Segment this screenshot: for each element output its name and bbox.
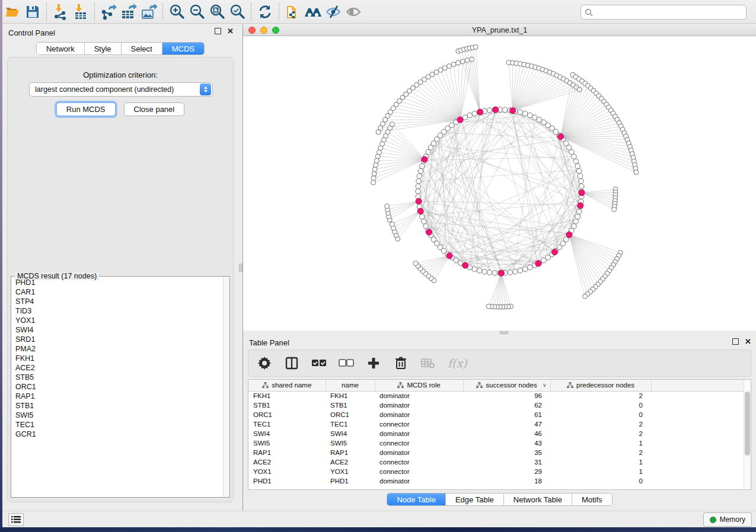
task-history-button[interactable]	[8, 513, 24, 526]
delete-columns-icon[interactable]	[393, 355, 409, 371]
result-item[interactable]: PMA2	[12, 344, 222, 354]
result-item[interactable]: STB1	[12, 401, 222, 411]
table-row[interactable]: FKH1FKH1dominator962	[248, 391, 744, 400]
result-item[interactable]: STB5	[12, 373, 222, 382]
export-image-icon[interactable]	[139, 2, 159, 21]
table-row[interactable]: SWI4SWI4dominator462	[248, 429, 744, 438]
result-item[interactable]: GCR1	[12, 430, 222, 439]
cell-successor-nodes: 29	[463, 467, 550, 476]
result-item[interactable]: SWI4	[12, 325, 222, 335]
result-item[interactable]: TEC1	[12, 420, 222, 430]
float-panel-icon[interactable]	[732, 338, 739, 345]
tab-motifs[interactable]: Motifs	[572, 493, 612, 505]
column-header-MCDS-role[interactable]: MCDS role	[375, 380, 463, 391]
table-row[interactable]: TEC1TEC1connector472	[248, 419, 744, 429]
cell-shared-name: ACE2	[248, 457, 326, 467]
cell-MCDS-role: dominator	[375, 429, 463, 438]
result-item[interactable]: SWI5	[12, 411, 222, 420]
close-panel-icon[interactable]: ✕	[227, 28, 234, 34]
cell-shared-name: STB1	[248, 400, 326, 410]
share-document-icon[interactable]	[283, 2, 303, 21]
export-table-icon[interactable]	[119, 2, 139, 21]
table-row[interactable]: PHD1PHD1dominator180	[248, 476, 744, 486]
run-mcds-button[interactable]: Run MCDS	[56, 102, 116, 116]
network-canvas[interactable]	[243, 36, 756, 331]
tab-network[interactable]: Network	[37, 43, 85, 55]
table-row[interactable]: SWI5SWI5connector431	[248, 438, 744, 448]
column-header-name[interactable]: name	[326, 380, 375, 391]
result-item[interactable]: CAR1	[12, 287, 222, 297]
function-builder-icon[interactable]: f(x)	[448, 357, 467, 370]
zoom-in-icon[interactable]	[167, 2, 187, 21]
table-row[interactable]: ORC1ORC1dominator610	[248, 410, 744, 419]
scrollbar-thumb[interactable]	[745, 392, 750, 456]
open-session-icon[interactable]	[2, 2, 23, 21]
mcds-result-list[interactable]: PHD1CAR1STP4TID3YOX1SWI4SRD1PMA2FKH1ACE2…	[12, 278, 222, 496]
cell-name: TEC1	[326, 419, 375, 429]
horizontal-splitter[interactable]	[243, 331, 756, 335]
show-all-icon[interactable]	[343, 2, 363, 21]
tab-edge-table[interactable]: Edge Table	[446, 493, 504, 505]
table-row[interactable]: RAP1RAP1dominator352	[248, 448, 744, 457]
tab-style[interactable]: Style	[85, 43, 122, 55]
zoom-fit-icon[interactable]	[207, 2, 227, 21]
splitter-handle[interactable]	[239, 264, 243, 272]
tab-node-table[interactable]: Node Table	[387, 493, 446, 505]
show-columns-icon[interactable]	[284, 355, 299, 371]
table-row[interactable]: YOX1YOX1connector291	[248, 467, 744, 476]
network-window-titlebar[interactable]: YPA_prune.txt_1	[243, 24, 756, 36]
result-item[interactable]: TID3	[12, 306, 222, 316]
cell-name: RAP1	[326, 448, 375, 457]
splitter-handle[interactable]	[500, 331, 508, 334]
export-network-icon[interactable]	[98, 2, 119, 21]
result-item[interactable]: FKH1	[12, 354, 222, 363]
close-panel-button[interactable]: Close panel	[124, 102, 185, 116]
hide-selected-icon[interactable]	[323, 2, 343, 21]
tab-mcds[interactable]: MCDS	[162, 43, 204, 55]
optimization-criterion-label: Optimization criterion:	[8, 70, 233, 79]
result-item[interactable]: RAP1	[12, 392, 222, 401]
close-panel-icon[interactable]: ✕	[745, 338, 751, 345]
cell-name: ACE2	[326, 457, 375, 467]
table-row[interactable]: ACE2ACE2connector311	[248, 457, 744, 467]
result-item[interactable]: ORC1	[12, 382, 222, 392]
import-network-icon[interactable]	[50, 2, 71, 21]
cell-MCDS-role: dominator	[375, 476, 463, 486]
tab-select[interactable]: Select	[122, 43, 162, 55]
cell-predecessor-nodes: 2	[550, 391, 651, 400]
add-column-icon[interactable]	[366, 355, 381, 371]
delete-table-icon[interactable]	[420, 355, 436, 371]
settings-gear-icon[interactable]	[257, 355, 272, 371]
zoom-selected-icon[interactable]	[227, 2, 247, 21]
column-header-successor-nodes[interactable]: successor nodes∨	[463, 380, 550, 391]
result-item[interactable]: YOX1	[12, 316, 222, 325]
result-item[interactable]: SRD1	[12, 335, 222, 344]
vertical-splitter[interactable]	[238, 24, 243, 511]
result-item[interactable]: PHD1	[12, 278, 222, 287]
import-table-icon[interactable]	[71, 2, 91, 21]
save-session-icon[interactable]	[23, 2, 43, 21]
table-scrollbar[interactable]	[744, 380, 751, 489]
result-item[interactable]: STP4	[12, 297, 222, 306]
search-network-icon[interactable]	[303, 2, 323, 21]
column-header-shared-name[interactable]: shared name	[248, 380, 326, 391]
memory-button[interactable]: Memory	[703, 512, 752, 527]
unselect-all-rows-icon[interactable]	[339, 355, 354, 371]
float-panel-icon[interactable]	[215, 28, 221, 34]
network-graph[interactable]	[243, 36, 756, 331]
network-search-box[interactable]	[580, 5, 747, 20]
column-header-predecessor-nodes[interactable]: predecessor nodes	[550, 380, 651, 391]
tab-network-table[interactable]: Network Table	[504, 493, 572, 505]
cell-MCDS-role: connector	[375, 419, 463, 429]
result-item[interactable]: ACE2	[12, 363, 222, 373]
zoom-out-icon[interactable]	[187, 2, 207, 21]
search-input[interactable]	[596, 8, 742, 17]
select-all-rows-icon[interactable]	[311, 355, 327, 371]
optimization-criterion-dropdown[interactable]: largest connected component (undirected)	[29, 82, 213, 97]
table-panel-title: Table Panel	[249, 338, 289, 347]
table-row[interactable]: STB1STB1dominator620	[248, 400, 744, 410]
desktop-wallpaper-bottom	[0, 527, 756, 532]
refresh-icon[interactable]	[255, 2, 275, 21]
node-table[interactable]: shared namenameMCDS rolesuccessor nodes∨…	[248, 379, 751, 490]
result-scrollbar[interactable]	[223, 277, 229, 497]
